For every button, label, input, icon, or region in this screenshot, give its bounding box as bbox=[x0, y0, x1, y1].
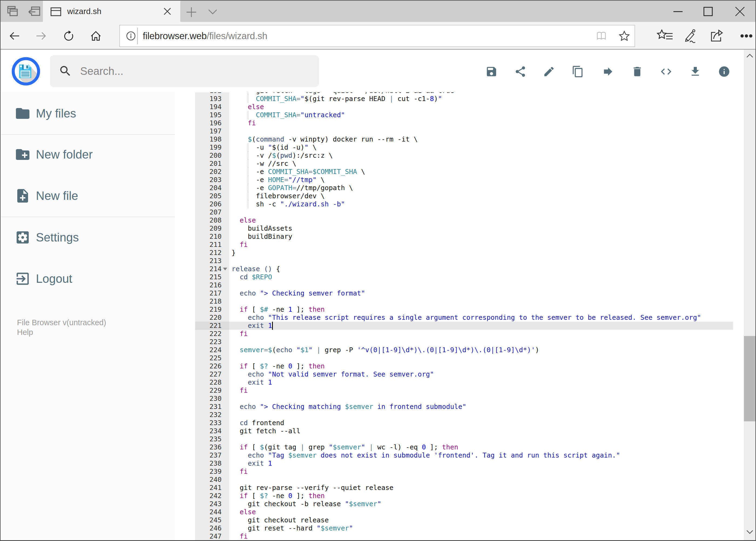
code-token: then bbox=[442, 443, 458, 451]
help-link[interactable]: Help bbox=[17, 327, 106, 337]
download-button[interactable] bbox=[689, 65, 701, 78]
code-token bbox=[232, 459, 248, 467]
code-token bbox=[232, 119, 248, 127]
code-token: " bbox=[317, 524, 321, 532]
back-icon[interactable] bbox=[9, 30, 20, 42]
code-line-237: echo "Tag $semver does not exist in subm… bbox=[232, 451, 620, 459]
home-icon[interactable] bbox=[90, 30, 102, 42]
code-line-196: fi bbox=[232, 119, 256, 127]
add-favorite-star-icon[interactable] bbox=[619, 30, 630, 42]
code-token: COMMIT_SHA bbox=[268, 168, 309, 176]
copy-button[interactable] bbox=[572, 65, 584, 78]
search-box[interactable]: Search... bbox=[50, 55, 319, 87]
filebrowser-logo[interactable] bbox=[12, 57, 40, 86]
code-token: git fetch --tags --quiet > /dev/null 2>&… bbox=[232, 92, 454, 95]
code-token bbox=[256, 289, 260, 297]
sidebar-item-label: Logout bbox=[36, 266, 72, 292]
set-tabs-aside-icon[interactable] bbox=[27, 5, 41, 18]
code-line-222: fi bbox=[232, 330, 248, 338]
browser-tab[interactable]: wizard.sh bbox=[43, 1, 180, 22]
delete-button[interactable] bbox=[631, 65, 643, 78]
code-token bbox=[248, 273, 252, 281]
code-line-242: if [ $? -ne 0 ]; then bbox=[232, 492, 325, 500]
move-button[interactable] bbox=[602, 65, 614, 78]
code-token: release () bbox=[232, 265, 272, 273]
code-token: "This release script requires a single a… bbox=[268, 313, 701, 321]
new-tab-icon[interactable] bbox=[186, 7, 196, 17]
code-line-219: if [ $# -ne 1 ]; then bbox=[232, 305, 325, 313]
window-minimize-icon[interactable] bbox=[670, 4, 685, 19]
refresh-icon[interactable] bbox=[63, 30, 75, 42]
code-token: $REPO bbox=[252, 273, 272, 281]
code-line-217: echo "> Checking semver format" bbox=[232, 289, 365, 297]
editor-button[interactable] bbox=[660, 65, 672, 78]
share-button[interactable] bbox=[514, 65, 527, 78]
scrollbar-thumb[interactable] bbox=[744, 336, 755, 421]
window-close-icon[interactable] bbox=[732, 4, 747, 19]
code-line-211: fi bbox=[232, 241, 248, 249]
sidebar-item-new-folder[interactable]: New folder bbox=[1, 142, 175, 168]
tab-previews-icon[interactable] bbox=[6, 5, 19, 18]
code-token: [ bbox=[248, 492, 260, 500]
code-line-208: else bbox=[232, 216, 256, 225]
code-token: '^v(0|[1-9]\d*)\.(0|[1-9]\d*)\.(0|[1-9]\… bbox=[357, 346, 535, 354]
code-token: 1 bbox=[288, 305, 292, 313]
code-line-201: -w //src \ bbox=[232, 160, 296, 168]
code-token: "Not valid semver format. See semver.org… bbox=[268, 370, 434, 378]
code-token: COMMIT_SHA bbox=[256, 111, 296, 119]
code-token: [ bbox=[248, 305, 260, 313]
code-token: GOPATH bbox=[268, 184, 292, 192]
tab-close-icon[interactable] bbox=[160, 5, 174, 18]
rename-button[interactable] bbox=[543, 65, 555, 78]
code-token: -w //src \ bbox=[232, 160, 296, 168]
indent-guide bbox=[248, 152, 248, 160]
code-token: filebrowser/dev \ bbox=[232, 192, 325, 200]
code-editor[interactable]: 1921931941951961971981992002012022032042… bbox=[175, 92, 744, 540]
code-token bbox=[232, 273, 240, 281]
reading-view-icon[interactable] bbox=[596, 31, 607, 41]
sidebar-item-my-files[interactable]: My files bbox=[1, 101, 175, 126]
site-info-icon[interactable] bbox=[126, 31, 136, 41]
info-button[interactable] bbox=[718, 65, 730, 78]
code-token: " bbox=[329, 443, 333, 451]
indent-guide bbox=[248, 200, 248, 208]
sidebar-item-new-file[interactable]: New file bbox=[1, 183, 175, 209]
code-token bbox=[232, 241, 240, 249]
code-token: 1 bbox=[268, 459, 272, 467]
app-header: Search... bbox=[1, 50, 744, 92]
share-icon[interactable] bbox=[710, 29, 724, 43]
scroll-up-icon[interactable] bbox=[746, 54, 753, 58]
tab-list-chevron-icon[interactable] bbox=[208, 9, 217, 15]
code-token: "//tmp" bbox=[288, 176, 317, 184]
code-line-233: cd frontend bbox=[232, 419, 284, 427]
sidebar-item-settings[interactable]: Settings bbox=[1, 225, 175, 251]
sidebar-footer: File Browser v(untracked) Help bbox=[17, 317, 106, 337]
address-bar[interactable]: filebrowser.web/files/wizard.sh bbox=[119, 25, 635, 47]
code-token: fi bbox=[248, 119, 256, 127]
code-token: ) bbox=[535, 346, 539, 354]
save-button[interactable] bbox=[485, 65, 498, 78]
fold-widget-icon[interactable] bbox=[223, 268, 227, 270]
code-token: ):/src:z \ bbox=[292, 152, 333, 159]
scroll-down-icon[interactable] bbox=[746, 530, 753, 534]
forward-icon[interactable] bbox=[35, 30, 47, 42]
page-scrollbar[interactable] bbox=[744, 50, 755, 540]
code-token: $semver bbox=[321, 524, 349, 532]
code-line-206: sh -c "./wizard.sh -b" bbox=[232, 200, 345, 208]
url-text[interactable]: filebrowser.web/files/wizard.sh bbox=[143, 25, 267, 46]
code-token: command bbox=[256, 135, 284, 143]
more-menu-icon[interactable] bbox=[740, 34, 754, 38]
window-maximize-icon[interactable] bbox=[700, 4, 715, 19]
folder-icon bbox=[15, 105, 31, 122]
favorites-hub-icon[interactable] bbox=[656, 29, 674, 43]
code-token: then bbox=[309, 362, 325, 370]
code-token: ( bbox=[252, 135, 256, 143]
code-token bbox=[256, 403, 260, 410]
code-line-247: fi bbox=[232, 532, 248, 540]
sidebar-item-logout[interactable]: Logout bbox=[1, 266, 175, 292]
code-token: "> Checking semver format" bbox=[260, 289, 365, 297]
code-token bbox=[232, 305, 240, 313]
web-note-pen-icon[interactable] bbox=[683, 29, 698, 43]
code-line-229: fi bbox=[232, 386, 248, 395]
code-line-234: git fetch --all bbox=[232, 427, 300, 435]
